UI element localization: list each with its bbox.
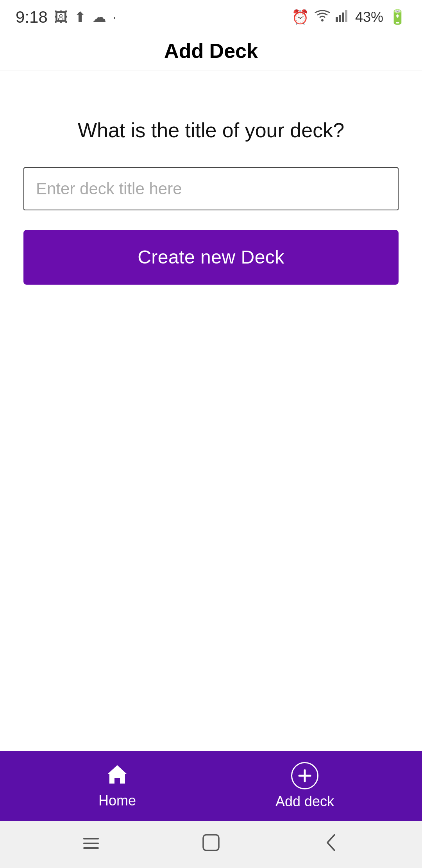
svg-rect-4 bbox=[345, 10, 347, 22]
create-deck-button[interactable]: Create new Deck bbox=[23, 230, 399, 285]
recents-icon bbox=[82, 835, 100, 854]
svg-point-0 bbox=[321, 19, 324, 22]
battery-percentage: 43% bbox=[355, 9, 383, 25]
recents-button[interactable] bbox=[75, 835, 107, 854]
deck-title-question: What is the title of your deck? bbox=[78, 117, 344, 144]
app-bar-title: Add Deck bbox=[164, 39, 258, 63]
home-button[interactable] bbox=[195, 833, 227, 856]
image-icon: 🖼 bbox=[54, 9, 68, 25]
system-nav-bar bbox=[0, 821, 422, 868]
battery-icon: 🔋 bbox=[389, 9, 406, 25]
app-bar: Add Deck bbox=[0, 31, 422, 70]
navigation-icon: ⬆ bbox=[74, 9, 86, 25]
home-nav-icon bbox=[201, 833, 221, 856]
deck-title-input[interactable] bbox=[23, 167, 399, 210]
status-time: 9:18 bbox=[16, 8, 48, 27]
svg-rect-12 bbox=[203, 835, 219, 850]
status-bar: 9:18 🖼 ⬆ ☁ · ⏰ 43% 🔋 bbox=[0, 0, 422, 31]
cloud-icon: ☁ bbox=[92, 9, 106, 25]
status-bar-right: ⏰ 43% 🔋 bbox=[291, 9, 406, 25]
svg-rect-3 bbox=[342, 13, 344, 22]
add-deck-label: Add deck bbox=[275, 793, 334, 810]
back-button[interactable] bbox=[315, 833, 347, 856]
nav-item-add-deck[interactable]: Add deck bbox=[266, 762, 344, 810]
signal-icon bbox=[336, 9, 350, 25]
svg-rect-2 bbox=[339, 15, 341, 22]
nav-item-home[interactable]: Home bbox=[78, 763, 156, 809]
status-bar-left: 9:18 🖼 ⬆ ☁ · bbox=[16, 8, 116, 27]
main-content: What is the title of your deck? Create n… bbox=[0, 70, 422, 751]
home-icon bbox=[106, 763, 129, 789]
dot-indicator: · bbox=[113, 9, 116, 25]
wifi-icon bbox=[315, 9, 330, 25]
svg-rect-1 bbox=[336, 17, 338, 22]
alarm-icon: ⏰ bbox=[291, 9, 309, 25]
back-icon bbox=[325, 833, 337, 856]
bottom-nav: Home Add deck bbox=[0, 751, 422, 821]
home-label: Home bbox=[98, 793, 136, 809]
add-deck-icon bbox=[291, 762, 318, 789]
